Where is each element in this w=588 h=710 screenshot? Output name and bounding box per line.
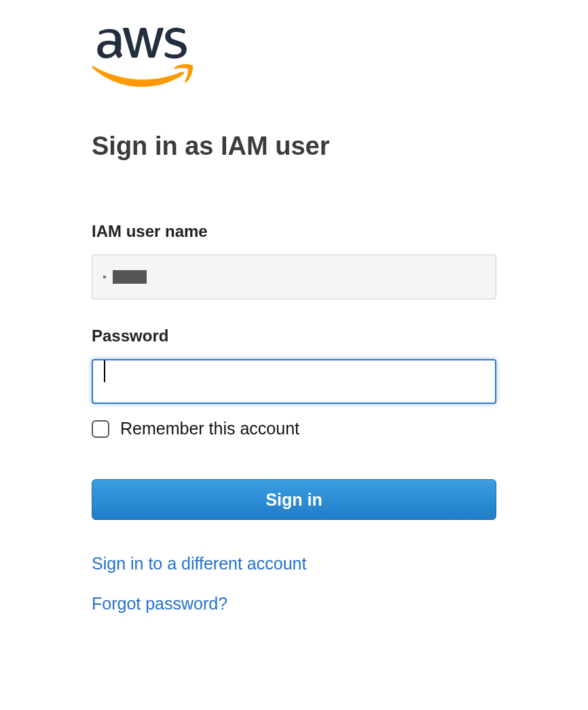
- different-account-link[interactable]: Sign in to a different account: [92, 554, 496, 574]
- password-label: Password: [92, 326, 496, 345]
- text-cursor: [104, 360, 105, 382]
- remember-checkbox[interactable]: [92, 420, 109, 438]
- username-input[interactable]: [92, 255, 496, 299]
- page-title: Sign in as IAM user: [92, 132, 496, 161]
- username-redacted-value: [103, 255, 147, 299]
- aws-logo: [92, 27, 496, 91]
- password-group: Password: [92, 326, 496, 404]
- password-input[interactable]: [92, 359, 496, 404]
- remember-label: Remember this account: [120, 419, 299, 438]
- signin-button[interactable]: Sign in: [92, 479, 496, 520]
- username-group: IAM user name: [92, 222, 496, 299]
- username-label: IAM user name: [92, 222, 496, 241]
- remember-row[interactable]: Remember this account: [92, 419, 496, 438]
- forgot-password-link[interactable]: Forgot password?: [92, 594, 496, 614]
